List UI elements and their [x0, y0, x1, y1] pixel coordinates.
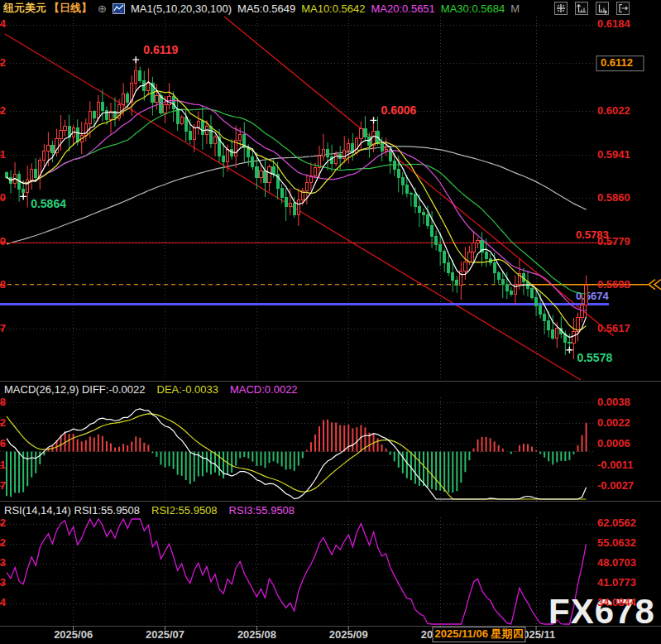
- candle-body: [22, 189, 25, 192]
- y-axis-label: 41.0773: [597, 576, 636, 589]
- y-axis-zoom-icon[interactable]: [575, 2, 588, 15]
- y-axis-label-clipped: 34.0844: [0, 596, 7, 608]
- ma30-value: MA30:0.5684: [441, 2, 505, 15]
- add-indicator-icon[interactable]: ⊕: [98, 2, 107, 15]
- candle-body: [60, 130, 62, 138]
- ma5-value: MA5:0.5649: [237, 2, 295, 15]
- candle-body: [410, 194, 412, 195]
- candle-body: [422, 212, 424, 214]
- candle-body: [264, 171, 266, 182]
- timeframe-m-label[interactable]: M: [510, 2, 520, 15]
- macd-diff-label: MACD(26,12,9) DIFF:-0.0022: [4, 383, 146, 396]
- y-axis-label: 0.0038: [597, 397, 630, 408]
- candle-body: [105, 110, 108, 119]
- candle-body: [293, 203, 295, 214]
- y-axis-label: 0.0022: [597, 416, 630, 429]
- candle-body: [360, 129, 362, 139]
- y-axis-label-clipped: 62.0562: [0, 517, 6, 529]
- price-arrow-icon: [649, 280, 661, 290]
- candle-body: [164, 105, 166, 113]
- candle-body: [43, 151, 46, 160]
- ma100-line: [7, 147, 587, 244]
- candle-body: [468, 252, 471, 262]
- candle-body: [501, 279, 504, 284]
- candle-body: [472, 243, 475, 252]
- candle-body: [213, 137, 216, 143]
- y-axis-label: 0.0006: [597, 437, 630, 449]
- candle-body: [314, 167, 316, 175]
- candle-body: [31, 169, 33, 180]
- candle-body: [5, 173, 7, 177]
- toolbar-icons: [554, 2, 630, 15]
- macd-chart-panel[interactable]: 0.00380.00380.00220.00220.00060.0006-0.0…: [0, 397, 661, 501]
- swing-price-label: 0.6119: [143, 43, 178, 56]
- x-axis-bar[interactable]: 2025/062025/072025/082025/092025/102025/…: [0, 626, 661, 644]
- rsi3-label: RSI3:55.9508: [229, 504, 295, 517]
- candle-body: [385, 149, 387, 151]
- y-axis-label-clipped: 0.5617: [0, 322, 6, 334]
- y-axis-label: 62.0562: [597, 517, 636, 529]
- candle-body: [93, 112, 95, 118]
- candle-body: [239, 134, 242, 141]
- chart-type-icon[interactable]: [113, 3, 125, 14]
- y-axis-label: 48.0703: [597, 556, 636, 569]
- candle-body: [101, 102, 103, 110]
- candle-body: [368, 137, 371, 145]
- candle-body: [289, 203, 291, 207]
- rsi-header: RSI(14,14,14) RSI1:55.9508 RSI2:55.9508 …: [4, 504, 295, 517]
- candle-body: [322, 149, 324, 156]
- candle-body: [430, 225, 433, 236]
- y-axis-label-clipped: 0.5779: [0, 235, 6, 248]
- exit-fullscreen-icon[interactable]: [616, 2, 630, 15]
- candle-body: [497, 272, 500, 279]
- candle-body: [364, 129, 366, 137]
- y-axis-label-clipped: 0.0022: [0, 416, 6, 429]
- candle-body: [581, 305, 583, 318]
- candle-body: [477, 241, 479, 243]
- macd-dea-label: DEA:-0.0033: [157, 383, 218, 396]
- y-axis-label-clipped: 41.0773: [0, 576, 6, 589]
- symbol-name[interactable]: 纽元美元: [3, 1, 46, 16]
- dea-line: [7, 414, 587, 499]
- x-axis-label: 2025/06: [54, 628, 93, 641]
- period-label[interactable]: 【日线】: [49, 1, 92, 16]
- y-axis-label-clipped: 48.0703: [0, 556, 6, 569]
- crosshair-move-icon[interactable]: [554, 2, 568, 15]
- candle-body: [510, 291, 512, 294]
- macd-header: MACD(26,12,9) DIFF:-0.0022 DEA:-0.0033 M…: [4, 383, 298, 396]
- candle-body: [452, 272, 454, 280]
- candle-body: [418, 207, 420, 212]
- candle-body: [35, 169, 37, 177]
- y-axis-label: 0.5779: [597, 235, 630, 248]
- diff-line: [7, 409, 587, 499]
- rsi-chart-panel[interactable]: FX67862.056262.056255.063255.063248.0703…: [0, 517, 661, 626]
- candle-body: [97, 102, 99, 118]
- candle-body: [356, 138, 358, 152]
- price-chart-panel[interactable]: 0.57830.56740.58640.61190.60060.55780.61…: [0, 17, 661, 381]
- candle-body: [326, 149, 328, 156]
- candle-body: [297, 199, 299, 214]
- y-axis-label: 0.6184: [597, 17, 631, 30]
- panel-separator: [0, 501, 661, 502]
- candle-body: [180, 117, 183, 123]
- swing-price-label: 0.5864: [31, 197, 66, 210]
- candle-body: [556, 329, 558, 339]
- y-axis-label: -0.0027: [597, 479, 634, 492]
- x-axis-zoom-icon[interactable]: [596, 2, 609, 15]
- y-axis-label-clipped: 0.5941: [0, 148, 6, 161]
- ma-settings-label: MA1(5,10,20,30,100): [131, 2, 232, 15]
- candle-body: [439, 244, 442, 251]
- candle-body: [251, 156, 254, 166]
- swing-point-cross-icon: [132, 56, 139, 63]
- y-axis-label-clipped: 0.5860: [0, 191, 6, 204]
- candle-body: [530, 289, 533, 298]
- y-axis-label-clipped: 0.0006: [0, 437, 6, 449]
- candle-body: [572, 332, 575, 344]
- panel-separator: [0, 381, 661, 382]
- candle-body: [122, 94, 125, 105]
- swing-price-label: 0.5578: [577, 351, 612, 364]
- y-axis-label: 0.5617: [597, 322, 630, 334]
- candle-body: [397, 169, 400, 177]
- candle-body: [156, 96, 158, 103]
- candle-body: [268, 166, 271, 182]
